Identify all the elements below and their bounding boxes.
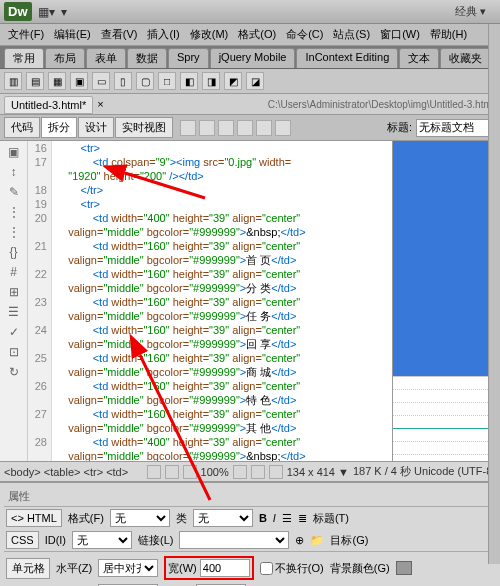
insert-tab[interactable]: jQuery Mobile xyxy=(210,48,296,68)
zoom-icon[interactable] xyxy=(183,465,197,479)
bold-button[interactable]: B xyxy=(259,512,267,524)
class-label: 类 xyxy=(176,511,187,526)
main-split: ▣ ↕ ✎ ⋮ ⋮ {} # ⊞ ☰ ✓ ⊡ ↻ 16 <tr>17 <td c… xyxy=(0,141,500,461)
insert-tab[interactable]: 表单 xyxy=(86,48,126,68)
bgcolor-label: 背景颜色(G) xyxy=(330,561,390,576)
menu-item[interactable]: 修改(M) xyxy=(186,26,233,43)
pointer-icon[interactable] xyxy=(147,465,161,479)
tool-icon[interactable]: ✓ xyxy=(9,325,19,339)
width-label: 宽(W) xyxy=(168,562,197,574)
screen-icon[interactable] xyxy=(233,465,247,479)
close-tab-icon[interactable]: × xyxy=(93,98,107,110)
tag-path[interactable]: <body> <table> <tr> <td> xyxy=(4,466,128,478)
color-swatch[interactable] xyxy=(396,561,412,575)
tool-icon[interactable]: ▯ xyxy=(114,72,132,90)
menu-item[interactable]: 帮助(H) xyxy=(426,26,471,43)
menu-item[interactable]: 插入(I) xyxy=(143,26,183,43)
tool-icon[interactable]: ⊞ xyxy=(9,285,19,299)
tool-icon[interactable]: ✎ xyxy=(9,185,19,199)
browse-icon[interactable]: ⊕ xyxy=(295,534,304,547)
tool-icon[interactable]: ◧ xyxy=(180,72,198,90)
tool-icon[interactable]: ↻ xyxy=(9,365,19,379)
list-icon[interactable]: ☰ xyxy=(282,512,292,525)
insert-tab[interactable]: InContext Editing xyxy=(296,48,398,68)
panel-collapse-bar[interactable] xyxy=(488,24,500,564)
collapse-icon[interactable]: ▣ xyxy=(8,145,19,159)
tool-icon[interactable]: □ xyxy=(158,72,176,90)
cell-button[interactable]: 单元格 xyxy=(6,558,50,579)
menu-item[interactable]: 文件(F) xyxy=(4,26,48,43)
insert-tab[interactable]: 布局 xyxy=(45,48,85,68)
id-select[interactable]: 无 xyxy=(72,531,132,549)
folder-icon[interactable]: 📁 xyxy=(310,534,324,547)
tool-icon[interactable]: ▭ xyxy=(92,72,110,90)
document-tab-bar: Untitled-3.html* × C:\Users\Administrato… xyxy=(0,94,500,115)
menu-item[interactable]: 站点(S) xyxy=(329,26,374,43)
tool-icon[interactable]: ▢ xyxy=(136,72,154,90)
upload-icon[interactable] xyxy=(237,120,253,136)
menu-item[interactable]: 窗口(W) xyxy=(376,26,424,43)
tool-icon[interactable]: ▣ xyxy=(70,72,88,90)
hand-icon[interactable] xyxy=(165,465,179,479)
tool-icon[interactable]: ⋮ xyxy=(8,205,20,219)
tool-icon[interactable]: ⊡ xyxy=(9,345,19,359)
width-input[interactable] xyxy=(200,559,250,577)
tool-icon[interactable]: ◪ xyxy=(246,72,264,90)
check-icon[interactable] xyxy=(256,120,272,136)
halign-label: 水平(Z) xyxy=(56,561,92,576)
refresh-icon[interactable] xyxy=(180,120,196,136)
tool-icon[interactable]: ▥ xyxy=(4,72,22,90)
view-design-button[interactable]: 设计 xyxy=(78,117,114,138)
globe-icon[interactable] xyxy=(199,120,215,136)
properties-panel: 属性 <> HTML 格式(F) 无 类 无 B I ☰ ≣ 标题(T) CSS… xyxy=(0,481,500,586)
css-mode-button[interactable]: CSS xyxy=(6,531,39,549)
layout-selector[interactable]: 经典 ▾ xyxy=(455,4,486,19)
tool-icon[interactable]: ◨ xyxy=(202,72,220,90)
menu-item[interactable]: 命令(C) xyxy=(282,26,327,43)
view-code-button[interactable]: 代码 xyxy=(4,117,40,138)
grid-icon[interactable]: ▦▾ xyxy=(38,5,55,19)
code-editor[interactable]: 16 <tr>17 <td colspan="9"><img src="0.jp… xyxy=(28,141,392,461)
italic-button[interactable]: I xyxy=(273,512,276,524)
insert-tab[interactable]: 常用 xyxy=(4,48,44,68)
tool-icon[interactable]: ▤ xyxy=(26,72,44,90)
view-bar: 代码 拆分 设计 实时视图 标题: xyxy=(0,115,500,141)
code-toolbar: ▣ ↕ ✎ ⋮ ⋮ {} # ⊞ ☰ ✓ ⊡ ↻ xyxy=(0,141,28,461)
link-select[interactable] xyxy=(179,531,289,549)
halign-select[interactable]: 居中对齐 xyxy=(98,559,158,577)
mobile-icon[interactable] xyxy=(251,465,265,479)
insert-tab[interactable]: Spry xyxy=(168,48,209,68)
dropdown-icon[interactable]: ▾ xyxy=(61,5,67,19)
menu-item[interactable]: 查看(V) xyxy=(97,26,142,43)
nav-icon[interactable] xyxy=(218,120,234,136)
menu-item[interactable]: 格式(O) xyxy=(234,26,280,43)
tool-icon[interactable]: ☰ xyxy=(8,305,19,319)
html-mode-button[interactable]: <> HTML xyxy=(6,509,62,527)
zoom-level[interactable]: 100% xyxy=(201,466,229,478)
insert-tab[interactable]: 文本 xyxy=(399,48,439,68)
menu-item[interactable]: 编辑(E) xyxy=(50,26,95,43)
tool-icon[interactable]: ◩ xyxy=(224,72,242,90)
view-split-button[interactable]: 拆分 xyxy=(41,117,77,138)
insert-tab[interactable]: 数据 xyxy=(127,48,167,68)
view-live-button[interactable]: 实时视图 xyxy=(115,117,173,138)
tool-icon[interactable]: # xyxy=(10,265,17,279)
width-highlight: 宽(W) xyxy=(164,556,254,580)
document-tab[interactable]: Untitled-3.html* xyxy=(4,96,93,114)
nowrap-check[interactable]: 不换行(O) xyxy=(260,561,324,576)
tool-icon[interactable]: ⋮ xyxy=(8,225,20,239)
dimensions[interactable]: 134 x 414 ▼ xyxy=(287,466,349,478)
tablet-icon[interactable] xyxy=(269,465,283,479)
format-select[interactable]: 无 xyxy=(110,509,170,527)
insert-tab[interactable]: 收藏夹 xyxy=(440,48,491,68)
tool-icon[interactable]: {} xyxy=(9,245,17,259)
numlist-icon[interactable]: ≣ xyxy=(298,512,307,525)
expand-icon[interactable]: ↕ xyxy=(11,165,17,179)
insert-toolbar: ▥ ▤ ▦ ▣ ▭ ▯ ▢ □ ◧ ◨ ◩ ◪ xyxy=(0,69,500,94)
title-bar: Dw ▦▾ ▾ 经典 ▾ xyxy=(0,0,500,24)
title-input[interactable] xyxy=(416,119,496,137)
tag-icon[interactable] xyxy=(275,120,291,136)
class-select[interactable]: 无 xyxy=(193,509,253,527)
design-preview[interactable] xyxy=(392,141,500,461)
tool-icon[interactable]: ▦ xyxy=(48,72,66,90)
